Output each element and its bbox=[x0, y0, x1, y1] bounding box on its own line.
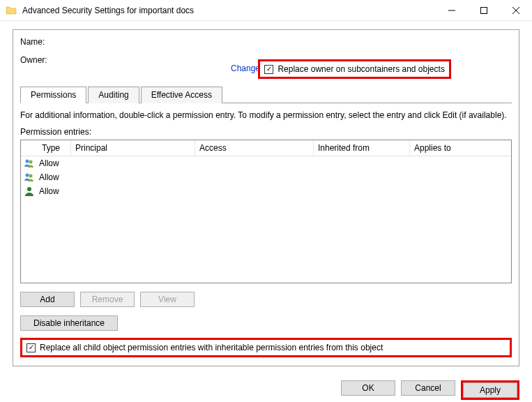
user-icon bbox=[24, 186, 35, 197]
close-button[interactable] bbox=[500, 0, 532, 21]
tabs: Permissions Auditing Effective Access bbox=[20, 86, 512, 103]
replace-owner-highlight: ✓ Replace owner on subcontainers and obj… bbox=[258, 59, 450, 79]
entry-type: Allow bbox=[35, 158, 68, 168]
svg-point-5 bbox=[29, 161, 33, 164]
col-type[interactable]: Type bbox=[38, 140, 71, 156]
owner-label: Owner: bbox=[20, 55, 77, 65]
table-row[interactable]: Allow bbox=[21, 170, 511, 184]
window-title: Advanced Security Settings for important… bbox=[22, 6, 436, 15]
disable-inheritance-button[interactable]: Disable inheritance bbox=[20, 315, 118, 331]
view-button[interactable]: View bbox=[140, 292, 195, 307]
col-access[interactable]: Access bbox=[195, 140, 314, 156]
apply-button[interactable]: Apply bbox=[463, 382, 517, 398]
folder-icon bbox=[6, 5, 17, 16]
minimize-button[interactable] bbox=[436, 0, 468, 21]
tab-permissions[interactable]: Permissions bbox=[20, 87, 86, 103]
main-panel: Name: Owner: Change ✓ Replace owner on s… bbox=[13, 29, 519, 366]
svg-point-8 bbox=[27, 187, 31, 191]
list-header: Type Principal Access Inherited from App… bbox=[21, 140, 511, 156]
svg-point-4 bbox=[26, 160, 29, 163]
col-principal[interactable]: Principal bbox=[71, 140, 195, 156]
name-row: Name: bbox=[20, 37, 512, 47]
col-applies[interactable]: Applies to bbox=[410, 140, 511, 156]
tab-auditing[interactable]: Auditing bbox=[88, 87, 139, 103]
ok-button[interactable]: OK bbox=[341, 380, 395, 396]
col-inherited[interactable]: Inherited from bbox=[314, 140, 410, 156]
add-button[interactable]: Add bbox=[20, 292, 75, 307]
entry-type: Allow bbox=[35, 172, 68, 182]
replace-owner-label: Replace owner on subcontainers and objec… bbox=[278, 64, 444, 74]
users-icon bbox=[24, 172, 35, 183]
svg-point-7 bbox=[29, 174, 33, 178]
change-owner-link[interactable]: Change bbox=[231, 64, 260, 73]
replace-child-highlight: ✓ Replace all child object permission en… bbox=[20, 338, 512, 357]
replace-child-checkbox[interactable]: ✓ bbox=[26, 343, 36, 352]
apply-highlight: Apply bbox=[461, 380, 519, 400]
entry-type: Allow bbox=[35, 186, 68, 196]
tab-effective-access[interactable]: Effective Access bbox=[141, 87, 222, 103]
remove-button[interactable]: Remove bbox=[80, 292, 135, 307]
table-row[interactable]: Allow bbox=[21, 184, 511, 198]
table-row[interactable]: Allow bbox=[21, 156, 511, 170]
cancel-button[interactable]: Cancel bbox=[401, 380, 455, 396]
replace-child-label: Replace all child object permission entr… bbox=[40, 343, 383, 352]
replace-owner-checkbox[interactable]: ✓ bbox=[264, 65, 273, 74]
users-icon bbox=[24, 158, 35, 169]
info-text: For additional information, double-click… bbox=[20, 110, 512, 120]
svg-rect-1 bbox=[481, 7, 487, 13]
permission-entries-list[interactable]: Type Principal Access Inherited from App… bbox=[20, 140, 512, 283]
maximize-button[interactable] bbox=[468, 0, 500, 21]
name-label: Name: bbox=[20, 37, 45, 47]
permission-entries-label: Permission entries: bbox=[20, 127, 512, 137]
titlebar: Advanced Security Settings for important… bbox=[0, 0, 532, 21]
svg-point-6 bbox=[26, 174, 29, 177]
